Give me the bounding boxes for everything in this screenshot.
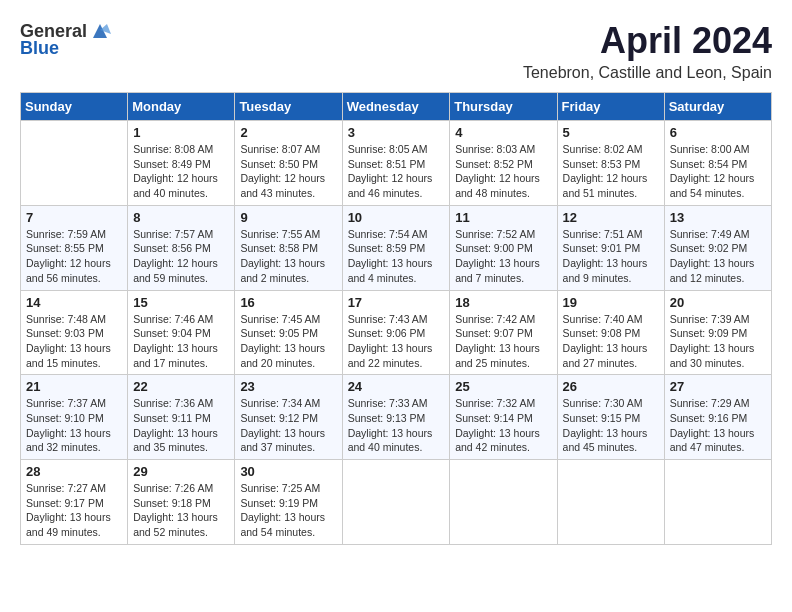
day-info: Sunrise: 7:55 AM Sunset: 8:58 PM Dayligh…	[240, 227, 336, 286]
calendar-week-row: 28Sunrise: 7:27 AM Sunset: 9:17 PM Dayli…	[21, 460, 772, 545]
day-info: Sunrise: 7:52 AM Sunset: 9:00 PM Dayligh…	[455, 227, 551, 286]
weekday-header-friday: Friday	[557, 93, 664, 121]
weekday-header-thursday: Thursday	[450, 93, 557, 121]
calendar-cell: 18Sunrise: 7:42 AM Sunset: 9:07 PM Dayli…	[450, 290, 557, 375]
day-info: Sunrise: 7:42 AM Sunset: 9:07 PM Dayligh…	[455, 312, 551, 371]
calendar-cell: 6Sunrise: 8:00 AM Sunset: 8:54 PM Daylig…	[664, 121, 771, 206]
day-info: Sunrise: 8:02 AM Sunset: 8:53 PM Dayligh…	[563, 142, 659, 201]
day-number: 21	[26, 379, 122, 394]
day-info: Sunrise: 7:57 AM Sunset: 8:56 PM Dayligh…	[133, 227, 229, 286]
day-info: Sunrise: 7:27 AM Sunset: 9:17 PM Dayligh…	[26, 481, 122, 540]
weekday-header-monday: Monday	[128, 93, 235, 121]
day-number: 12	[563, 210, 659, 225]
calendar-cell: 29Sunrise: 7:26 AM Sunset: 9:18 PM Dayli…	[128, 460, 235, 545]
page-header: General Blue April 2024 Tenebron, Castil…	[20, 20, 772, 82]
weekday-header-tuesday: Tuesday	[235, 93, 342, 121]
day-info: Sunrise: 7:54 AM Sunset: 8:59 PM Dayligh…	[348, 227, 445, 286]
day-info: Sunrise: 7:51 AM Sunset: 9:01 PM Dayligh…	[563, 227, 659, 286]
calendar-cell: 17Sunrise: 7:43 AM Sunset: 9:06 PM Dayli…	[342, 290, 450, 375]
calendar-week-row: 7Sunrise: 7:59 AM Sunset: 8:55 PM Daylig…	[21, 205, 772, 290]
day-info: Sunrise: 7:34 AM Sunset: 9:12 PM Dayligh…	[240, 396, 336, 455]
day-info: Sunrise: 8:05 AM Sunset: 8:51 PM Dayligh…	[348, 142, 445, 201]
day-number: 20	[670, 295, 766, 310]
calendar-cell: 8Sunrise: 7:57 AM Sunset: 8:56 PM Daylig…	[128, 205, 235, 290]
day-number: 10	[348, 210, 445, 225]
calendar-week-row: 1Sunrise: 8:08 AM Sunset: 8:49 PM Daylig…	[21, 121, 772, 206]
day-info: Sunrise: 8:07 AM Sunset: 8:50 PM Dayligh…	[240, 142, 336, 201]
weekday-header-wednesday: Wednesday	[342, 93, 450, 121]
day-info: Sunrise: 7:33 AM Sunset: 9:13 PM Dayligh…	[348, 396, 445, 455]
day-info: Sunrise: 7:39 AM Sunset: 9:09 PM Dayligh…	[670, 312, 766, 371]
location-title: Tenebron, Castille and Leon, Spain	[523, 64, 772, 82]
day-info: Sunrise: 7:29 AM Sunset: 9:16 PM Dayligh…	[670, 396, 766, 455]
day-number: 19	[563, 295, 659, 310]
calendar-cell: 24Sunrise: 7:33 AM Sunset: 9:13 PM Dayli…	[342, 375, 450, 460]
calendar-cell: 27Sunrise: 7:29 AM Sunset: 9:16 PM Dayli…	[664, 375, 771, 460]
calendar-cell: 15Sunrise: 7:46 AM Sunset: 9:04 PM Dayli…	[128, 290, 235, 375]
day-info: Sunrise: 7:25 AM Sunset: 9:19 PM Dayligh…	[240, 481, 336, 540]
day-number: 7	[26, 210, 122, 225]
logo: General Blue	[20, 20, 111, 59]
calendar-cell: 16Sunrise: 7:45 AM Sunset: 9:05 PM Dayli…	[235, 290, 342, 375]
calendar-cell: 11Sunrise: 7:52 AM Sunset: 9:00 PM Dayli…	[450, 205, 557, 290]
day-number: 2	[240, 125, 336, 140]
calendar-cell: 22Sunrise: 7:36 AM Sunset: 9:11 PM Dayli…	[128, 375, 235, 460]
logo-icon	[89, 20, 111, 42]
day-number: 1	[133, 125, 229, 140]
day-number: 14	[26, 295, 122, 310]
day-number: 25	[455, 379, 551, 394]
month-title: April 2024	[523, 20, 772, 62]
calendar-cell: 13Sunrise: 7:49 AM Sunset: 9:02 PM Dayli…	[664, 205, 771, 290]
weekday-header-saturday: Saturday	[664, 93, 771, 121]
day-info: Sunrise: 7:43 AM Sunset: 9:06 PM Dayligh…	[348, 312, 445, 371]
calendar-cell	[664, 460, 771, 545]
calendar-cell	[342, 460, 450, 545]
calendar-cell	[21, 121, 128, 206]
calendar-cell: 23Sunrise: 7:34 AM Sunset: 9:12 PM Dayli…	[235, 375, 342, 460]
calendar-cell: 19Sunrise: 7:40 AM Sunset: 9:08 PM Dayli…	[557, 290, 664, 375]
day-number: 17	[348, 295, 445, 310]
calendar-cell: 9Sunrise: 7:55 AM Sunset: 8:58 PM Daylig…	[235, 205, 342, 290]
calendar-cell	[450, 460, 557, 545]
day-number: 6	[670, 125, 766, 140]
calendar-cell: 5Sunrise: 8:02 AM Sunset: 8:53 PM Daylig…	[557, 121, 664, 206]
day-number: 28	[26, 464, 122, 479]
calendar-cell: 1Sunrise: 8:08 AM Sunset: 8:49 PM Daylig…	[128, 121, 235, 206]
day-number: 9	[240, 210, 336, 225]
day-info: Sunrise: 7:46 AM Sunset: 9:04 PM Dayligh…	[133, 312, 229, 371]
day-info: Sunrise: 7:37 AM Sunset: 9:10 PM Dayligh…	[26, 396, 122, 455]
day-number: 5	[563, 125, 659, 140]
day-number: 11	[455, 210, 551, 225]
weekday-header-sunday: Sunday	[21, 93, 128, 121]
calendar-week-row: 14Sunrise: 7:48 AM Sunset: 9:03 PM Dayli…	[21, 290, 772, 375]
day-number: 16	[240, 295, 336, 310]
calendar-cell: 10Sunrise: 7:54 AM Sunset: 8:59 PM Dayli…	[342, 205, 450, 290]
day-info: Sunrise: 7:26 AM Sunset: 9:18 PM Dayligh…	[133, 481, 229, 540]
day-info: Sunrise: 7:30 AM Sunset: 9:15 PM Dayligh…	[563, 396, 659, 455]
day-number: 29	[133, 464, 229, 479]
calendar-table: SundayMondayTuesdayWednesdayThursdayFrid…	[20, 92, 772, 545]
weekday-header-row: SundayMondayTuesdayWednesdayThursdayFrid…	[21, 93, 772, 121]
title-section: April 2024 Tenebron, Castille and Leon, …	[523, 20, 772, 82]
day-number: 23	[240, 379, 336, 394]
calendar-cell: 30Sunrise: 7:25 AM Sunset: 9:19 PM Dayli…	[235, 460, 342, 545]
calendar-cell	[557, 460, 664, 545]
calendar-week-row: 21Sunrise: 7:37 AM Sunset: 9:10 PM Dayli…	[21, 375, 772, 460]
day-number: 4	[455, 125, 551, 140]
calendar-cell: 25Sunrise: 7:32 AM Sunset: 9:14 PM Dayli…	[450, 375, 557, 460]
day-info: Sunrise: 8:03 AM Sunset: 8:52 PM Dayligh…	[455, 142, 551, 201]
calendar-cell: 7Sunrise: 7:59 AM Sunset: 8:55 PM Daylig…	[21, 205, 128, 290]
day-info: Sunrise: 7:49 AM Sunset: 9:02 PM Dayligh…	[670, 227, 766, 286]
calendar-cell: 14Sunrise: 7:48 AM Sunset: 9:03 PM Dayli…	[21, 290, 128, 375]
calendar-cell: 3Sunrise: 8:05 AM Sunset: 8:51 PM Daylig…	[342, 121, 450, 206]
calendar-cell: 2Sunrise: 8:07 AM Sunset: 8:50 PM Daylig…	[235, 121, 342, 206]
day-info: Sunrise: 8:00 AM Sunset: 8:54 PM Dayligh…	[670, 142, 766, 201]
calendar-cell: 4Sunrise: 8:03 AM Sunset: 8:52 PM Daylig…	[450, 121, 557, 206]
day-info: Sunrise: 7:45 AM Sunset: 9:05 PM Dayligh…	[240, 312, 336, 371]
day-number: 8	[133, 210, 229, 225]
day-info: Sunrise: 7:59 AM Sunset: 8:55 PM Dayligh…	[26, 227, 122, 286]
calendar-cell: 20Sunrise: 7:39 AM Sunset: 9:09 PM Dayli…	[664, 290, 771, 375]
day-number: 22	[133, 379, 229, 394]
day-number: 13	[670, 210, 766, 225]
day-info: Sunrise: 8:08 AM Sunset: 8:49 PM Dayligh…	[133, 142, 229, 201]
